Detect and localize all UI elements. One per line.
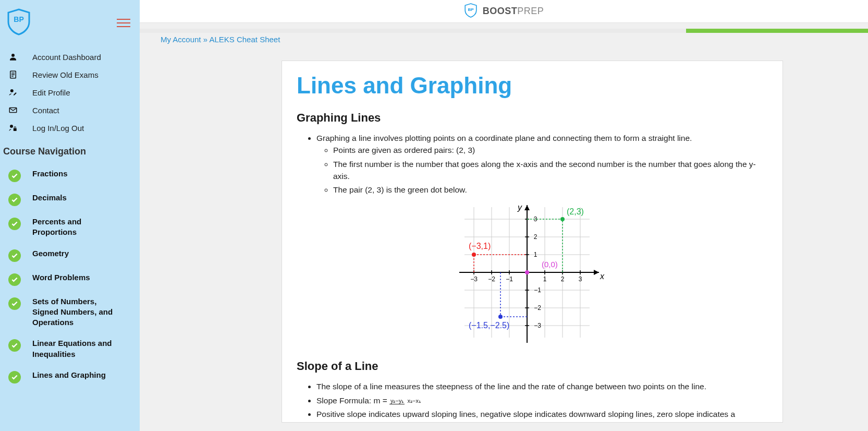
course-item-word-problems[interactable]: Word Problems [0,267,140,291]
course-item-geometry[interactable]: Geometry [0,243,140,267]
page-title: Lines and Graphing [297,73,768,99]
point-label-red: (−3,1) [469,242,491,250]
point-label-blue: (−1.5,−2.5) [469,321,509,330]
logo-shield-icon: BP [6,8,31,38]
breadcrumb-page[interactable]: ALEKS Cheat Sheet [209,35,280,44]
slope-list: The slope of a line measures the steepne… [316,380,768,423]
svg-rect-9 [14,128,17,131]
breadcrumb-sep: » [201,35,210,44]
breadcrumb-my-account[interactable]: My Account [161,35,201,44]
tick: 1 [543,276,547,283]
nav-label: Account Dashboard [32,53,101,62]
course-navigation-heading: Course Navigation [0,137,140,163]
tick: −1 [534,286,541,294]
course-item-lines-graphing[interactable]: Lines and Graphing [0,365,140,389]
tick: 2 [534,233,537,241]
list-item: The slope of a line measures the steepne… [316,380,768,392]
course-item-fractions[interactable]: Fractions [0,163,140,187]
graphing-lines-list: Graphing a line involves plotting points… [316,132,768,196]
tick: 3 [579,276,582,283]
brand-text: BOOSTPREP [483,6,544,17]
course-label: Fractions [32,169,68,179]
list-item: Points are given as ordered pairs: (2, 3… [333,144,768,156]
course-item-percents[interactable]: Percents and Proportions [0,211,140,243]
check-icon [8,297,21,310]
slope-formula-fraction: y₂−y₁ x₂−x₁ [389,398,422,404]
y-axis-label: y [517,203,522,212]
nav-contact[interactable]: Contact [0,101,140,119]
tick: 2 [561,276,565,283]
check-icon [8,273,21,286]
tick: −2 [488,276,495,283]
check-icon [8,194,21,206]
nav-label: Log In/Log Out [32,124,84,133]
course-label: Lines and Graphing [32,370,106,380]
list-item: The pair (2, 3) is the green dot below. [333,184,768,196]
course-label: Linear Equations and Inequalities [32,338,121,360]
slope-den: x₂−x₁ [406,398,421,404]
progress-bar [140,29,868,33]
course-label: Sets of Numbers, Signed Numbers, and Ope… [32,296,121,328]
slope-formula-prefix: Slope Formula: m = [316,396,389,405]
svg-text:BP: BP [14,15,23,23]
svg-marker-26 [524,205,530,210]
topbar: BP BOOSTPREP [140,0,868,23]
svg-point-48 [498,315,503,319]
list-item: Graphing a line involves plotting points… [316,132,768,196]
envelope-icon [8,105,18,115]
slope-num: y₂−y₁ [389,398,405,404]
section-heading-slope: Slope of a Line [297,360,768,373]
brand-boost: BOOST [483,6,518,16]
tick: 1 [534,251,537,258]
check-icon [8,339,21,352]
progress-fill [686,29,868,33]
coordinate-graph: x y −3 −2 −1 1 2 3 3 2 1 −1 −2 −3 [297,202,768,353]
brand-logo[interactable]: BP BOOSTPREP [464,3,544,20]
svg-point-39 [525,270,529,274]
point-label-green: (2,3) [567,207,584,216]
tick: −1 [506,276,513,283]
nav-review-old-exams[interactable]: Review Old Exams [0,66,140,83]
svg-point-8 [10,125,13,128]
list-item: Slope Formula: m = y₂−y₁ x₂−x₁ [316,394,768,406]
svg-point-45 [472,253,476,257]
svg-point-6 [10,89,14,92]
sidebar-top: BP [0,5,140,48]
nav-login-logout[interactable]: Log In/Log Out [0,119,140,137]
menu-toggle-icon[interactable] [117,19,130,27]
brand-shield-icon: BP [464,3,478,20]
course-item-decimals[interactable]: Decimals [0,187,140,211]
tick: −2 [534,304,541,312]
brand-prep: PREP [517,6,544,16]
breadcrumb: My Account » ALEKS Cheat Sheet [161,35,280,44]
sidebar: BP Account Dashboard Review Old Exams Ed… [0,0,140,431]
section-heading-graphing-lines: Graphing Lines [297,111,768,125]
svg-text:BP: BP [468,7,474,11]
check-icon [8,218,21,230]
user-circle-icon [8,52,18,62]
course-label: Decimals [32,193,67,203]
course-item-sets-signed[interactable]: Sets of Numbers, Signed Numbers, and Ope… [0,291,140,333]
list-item: The first number is the number that goes… [333,158,768,183]
tick: −3 [534,322,541,329]
nav-edit-profile[interactable]: Edit Profile [0,83,140,101]
nav-account-dashboard[interactable]: Account Dashboard [0,48,140,66]
nav-label: Review Old Exams [32,70,99,79]
course-item-linear-equations[interactable]: Linear Equations and Inequalities [0,333,140,365]
content-card: Lines and Graphing Graphing Lines Graphi… [282,61,783,423]
tick: −3 [470,276,478,283]
document-icon [8,70,18,79]
course-label: Geometry [32,248,69,259]
user-edit-icon [8,88,18,97]
course-label: Word Problems [32,272,90,283]
check-icon [8,249,21,262]
nav-label: Contact [32,106,59,115]
check-icon [8,371,21,384]
list-item: Positive slope indicates upward sloping … [316,408,768,423]
svg-point-42 [560,217,565,221]
svg-marker-24 [594,270,599,275]
origin-label: (0,0) [542,260,558,269]
nav-label: Edit Profile [32,88,70,97]
course-label: Percents and Proportions [32,217,121,238]
x-axis-label: x [600,272,605,281]
